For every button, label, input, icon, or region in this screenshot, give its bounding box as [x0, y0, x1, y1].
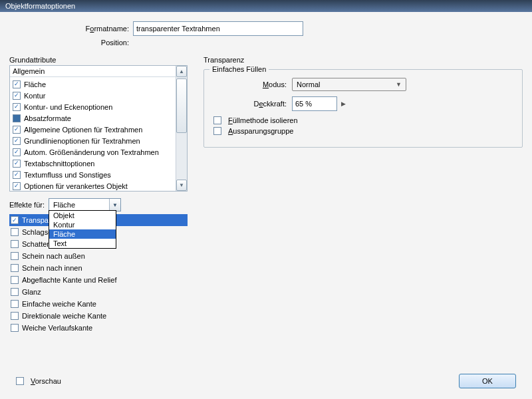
attribute-item[interactable]: Optionen für verankertes Objekt [10, 180, 187, 191]
simple-fill-group: Einfaches Füllen Modus: Normal ▼ Deckkra… [203, 69, 523, 148]
effect-label: Glanz [22, 288, 41, 296]
attribute-item[interactable]: Allgemeine Optionen für Textrahmen [10, 124, 187, 135]
dropdown-option[interactable]: Objekt [49, 211, 116, 220]
attribute-item[interactable]: Textumfluss und Sonstiges [10, 169, 187, 180]
chevron-down-icon[interactable]: ▼ [109, 199, 120, 211]
checkbox-icon [13, 103, 21, 111]
grundattribute-heading: Grundattribute [9, 56, 188, 64]
checkbox-icon [13, 137, 21, 145]
attribute-label: Kontur- und Eckenoptionen [24, 103, 112, 111]
opacity-label: Deckkraft: [213, 100, 287, 108]
checkbox-icon [13, 126, 21, 134]
checkbox-icon [13, 182, 21, 190]
attribute-item[interactable]: Autom. Größenänderung von Textrahmen [10, 146, 187, 158]
attribute-label: Textumfluss und Sonstiges [24, 171, 111, 179]
attribute-item[interactable]: Kontur [10, 90, 187, 101]
checkbox-icon [16, 377, 24, 385]
attribute-label: Fläche [24, 80, 46, 88]
formatname-label: Formatname: [9, 25, 129, 33]
checkbox-icon [11, 228, 19, 236]
checkbox-icon [11, 252, 19, 260]
checkbox-icon [13, 80, 21, 88]
window-title: Objektformatoptionen [0, 0, 532, 12]
attribute-label: Optionen für verankertes Objekt [24, 182, 128, 190]
effect-label: Direktionale weiche Kante [22, 312, 106, 320]
effect-label: Schein nach innen [22, 264, 82, 272]
attribute-label: Kontur [24, 92, 45, 100]
checkbox-icon [213, 127, 221, 135]
preview-checkbox[interactable]: Vorschau [16, 377, 61, 385]
attribute-list[interactable]: Allgemein FlächeKonturKontur- und Eckeno… [9, 65, 188, 192]
attribute-item[interactable]: Absatzformate [10, 112, 187, 124]
mode-dropdown[interactable]: Normal ▼ [292, 78, 406, 91]
attribute-item[interactable]: Grundlinienoptionen für Textrahmen [10, 135, 187, 146]
checkbox-icon [13, 160, 21, 168]
checkbox-icon [11, 312, 19, 320]
dropdown-option[interactable]: Kontur [49, 220, 116, 229]
opacity-flyout-icon[interactable]: ▶ [341, 100, 346, 107]
attribute-list-header[interactable]: Allgemein [10, 66, 187, 77]
attribute-item[interactable]: Fläche [10, 78, 187, 90]
effects-for-value: Fläche [49, 200, 109, 209]
effect-item[interactable]: Schein nach außen [9, 250, 188, 262]
checkbox-icon [11, 276, 19, 284]
scroll-thumb[interactable] [176, 78, 187, 133]
group-legend: Einfaches Füllen [209, 65, 269, 73]
knockout-group-checkbox[interactable]: Aussparungsgruppe [213, 127, 513, 135]
ok-button[interactable]: OK [459, 374, 516, 388]
checkbox-icon [11, 324, 19, 332]
checkbox-icon [13, 171, 21, 179]
effect-label: Einfache weiche Kante [22, 300, 96, 308]
effects-for-dropdown[interactable]: Fläche ▼ ObjektKonturFlächeText [49, 198, 121, 211]
effect-item[interactable]: Einfache weiche Kante [9, 298, 188, 310]
effect-label: Weiche Verlaufskante [22, 324, 92, 332]
attribute-item[interactable]: Kontur- und Eckenoptionen [10, 101, 187, 112]
checkbox-icon [13, 92, 21, 100]
effect-item[interactable]: Direktionale weiche Kante [9, 310, 188, 322]
chevron-down-icon: ▼ [396, 81, 402, 88]
scroll-down-icon[interactable]: ▼ [176, 180, 187, 191]
effect-item[interactable]: Abgeflachte Kante und Relief [9, 274, 188, 286]
attribute-label: Autom. Größenänderung von Textrahmen [24, 148, 159, 156]
checkbox-icon [13, 114, 21, 122]
opacity-input[interactable] [292, 96, 337, 111]
isolate-blending-checkbox[interactable]: Füllmethode isolieren [213, 116, 513, 124]
checkbox-icon [11, 288, 19, 296]
checkbox-icon [13, 148, 21, 156]
attribute-label: Absatzformate [24, 114, 71, 122]
attribute-item[interactable]: Textabschnittoptionen [10, 158, 187, 169]
effect-item[interactable]: Schein nach innen [9, 262, 188, 274]
attribute-label: Textabschnittoptionen [24, 160, 94, 168]
effects-for-label: Effekte für: [9, 201, 45, 209]
attribute-label: Allgemeine Optionen für Textrahmen [24, 126, 142, 134]
effect-item[interactable]: Glanz [9, 286, 188, 298]
attribute-scrollbar[interactable]: ▲ ▼ [176, 66, 187, 191]
mode-label: Modus: [213, 80, 287, 88]
transparency-heading: Transparenz [203, 56, 523, 64]
effect-label: Schein nach außen [22, 252, 85, 260]
formatname-input[interactable] [133, 21, 303, 36]
position-label: Position: [9, 39, 129, 47]
dropdown-option[interactable]: Fläche [49, 229, 116, 239]
effect-item[interactable]: Weiche Verlaufskante [9, 322, 188, 334]
scroll-up-icon[interactable]: ▲ [176, 66, 187, 77]
checkbox-icon [11, 264, 19, 272]
checkbox-icon [213, 116, 221, 124]
checkbox-icon [11, 300, 19, 308]
checkbox-icon [11, 240, 19, 248]
attribute-label: Grundlinienoptionen für Textrahmen [24, 137, 140, 145]
dropdown-option[interactable]: Text [49, 239, 116, 248]
checkbox-icon [11, 216, 19, 224]
effect-label: Abgeflachte Kante und Relief [22, 276, 117, 284]
